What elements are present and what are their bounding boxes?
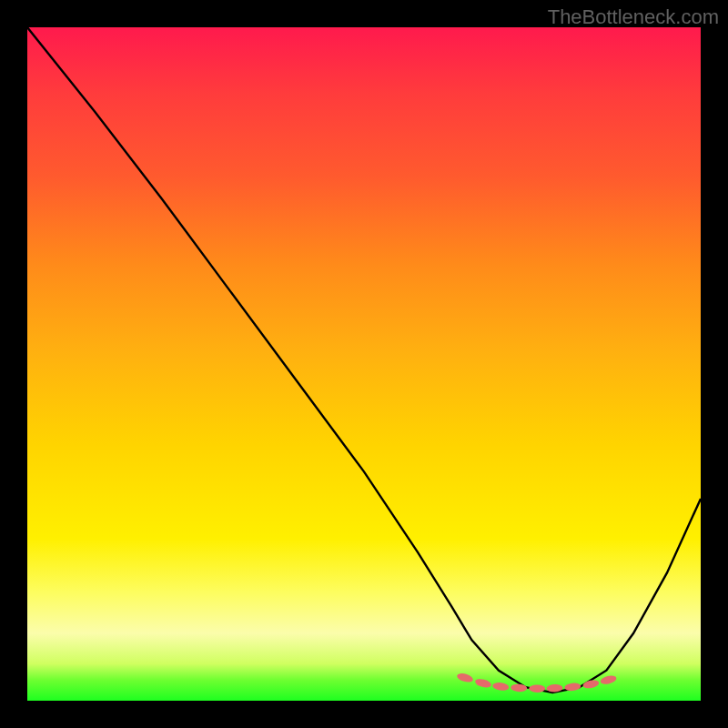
basin-marker (582, 679, 600, 690)
basin-markers (456, 672, 617, 693)
watermark-text: TheBottleneck.com (548, 5, 719, 29)
basin-marker (456, 672, 474, 683)
chart-container: TheBottleneck.com (0, 0, 728, 728)
basin-marker (511, 683, 527, 692)
chart-svg (27, 27, 701, 701)
bottleneck-curve-line (27, 27, 701, 693)
plot-area (27, 27, 701, 701)
basin-marker (529, 684, 545, 693)
basin-marker (600, 674, 617, 686)
basin-marker (474, 678, 491, 689)
basin-marker (492, 682, 510, 692)
